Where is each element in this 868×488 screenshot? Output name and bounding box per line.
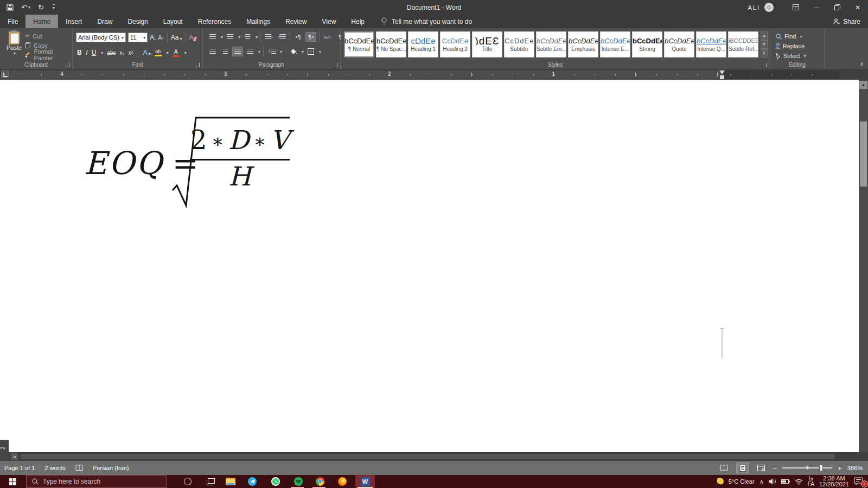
collapse-ribbon-button[interactable]: ∧ bbox=[860, 61, 864, 67]
hidden-icons-chevron[interactable]: ∧ bbox=[760, 478, 764, 485]
multilevel-list-caret[interactable]: ▾ bbox=[256, 35, 258, 40]
bullet-list-button[interactable] bbox=[207, 32, 218, 42]
style-strong[interactable]: bCcDdEeStrong bbox=[632, 31, 662, 57]
numbered-list-caret[interactable]: ▾ bbox=[238, 35, 240, 40]
paste-button[interactable]: Paste ▾ bbox=[4, 31, 24, 62]
zoom-out-button[interactable]: − bbox=[773, 464, 777, 472]
paragraph-dialog-launcher[interactable] bbox=[333, 63, 337, 67]
telegram-button[interactable] bbox=[241, 475, 263, 488]
tab-references[interactable]: References bbox=[190, 15, 239, 28]
style-subtitle[interactable]: CcDdEeSubtitle bbox=[504, 31, 534, 57]
style-intense-quote[interactable]: bCcDdEeIntense Q... bbox=[696, 31, 726, 57]
horizontal-scroll-thumb[interactable] bbox=[21, 454, 834, 459]
replace-button[interactable]: abac Replace bbox=[770, 41, 806, 51]
chrome-button[interactable] bbox=[309, 475, 331, 488]
bullet-list-caret[interactable]: ▾ bbox=[221, 35, 223, 40]
line-spacing-caret[interactable]: ▾ bbox=[280, 49, 282, 54]
start-button[interactable] bbox=[0, 475, 25, 488]
style-intense-emphasis[interactable]: bCcDdEeIntense E... bbox=[600, 31, 630, 57]
tab-home[interactable]: Home bbox=[25, 15, 58, 28]
file-explorer-button[interactable] bbox=[220, 475, 241, 488]
zoom-level[interactable]: 386% bbox=[847, 465, 863, 471]
tab-mailings[interactable]: Mailings bbox=[239, 15, 278, 28]
increase-indent-button[interactable]: ◂ bbox=[276, 32, 287, 42]
superscript-button[interactable]: x² bbox=[128, 50, 132, 56]
spotify-button[interactable] bbox=[288, 475, 309, 488]
font-color-button[interactable]: A bbox=[173, 49, 180, 57]
restore-button[interactable] bbox=[827, 0, 847, 15]
cut-button[interactable]: ✂Cut bbox=[25, 31, 72, 41]
zoom-slider-thumb[interactable] bbox=[819, 465, 823, 471]
text-effects-button[interactable]: A▾ bbox=[143, 49, 151, 56]
styles-more-button[interactable]: ⩸ bbox=[761, 49, 768, 57]
tab-view[interactable]: View bbox=[315, 15, 344, 28]
style-quote[interactable]: bCcDdEeQuote bbox=[664, 31, 694, 57]
style-normal[interactable]: bCcDdEe¶ Normal bbox=[344, 31, 374, 57]
horizontal-ruler[interactable]: 4 3 2 1 bbox=[0, 69, 868, 80]
sort-button[interactable]: AZ↓ bbox=[322, 32, 333, 42]
tab-help[interactable]: Help bbox=[343, 15, 372, 28]
task-view-button[interactable] bbox=[200, 475, 221, 488]
tab-design[interactable]: Design bbox=[120, 15, 155, 28]
clear-formatting-button[interactable]: A bbox=[189, 34, 196, 41]
font-dialog-launcher[interactable] bbox=[195, 63, 200, 67]
battery-icon[interactable] bbox=[781, 479, 790, 484]
indent-marker[interactable] bbox=[720, 75, 724, 79]
wifi-icon[interactable] bbox=[795, 479, 803, 485]
taskbar-clock[interactable]: 2:38 AM 12/28/2021 bbox=[819, 476, 849, 487]
tab-stop-selector[interactable] bbox=[1, 70, 9, 78]
tab-review[interactable]: Review bbox=[278, 15, 314, 28]
shading-caret[interactable]: ▾ bbox=[302, 49, 304, 54]
taskbar-search-input[interactable]: Type here to search bbox=[26, 475, 167, 488]
weather-text[interactable]: 5°C Clear bbox=[729, 478, 755, 485]
underline-button[interactable]: U bbox=[92, 49, 97, 56]
font-name-combo[interactable]: Arial (Body CS)▾ bbox=[76, 33, 126, 42]
tab-insert[interactable]: Insert bbox=[58, 15, 90, 28]
word-taskbar-button[interactable]: W bbox=[355, 475, 375, 488]
firefox-button[interactable] bbox=[331, 475, 353, 488]
proofing-icon[interactable] bbox=[75, 465, 83, 472]
bold-button[interactable]: B bbox=[77, 49, 82, 56]
styles-dialog-launcher[interactable] bbox=[763, 63, 767, 67]
vertical-scroll-thumb[interactable] bbox=[860, 121, 867, 187]
align-center-button[interactable] bbox=[220, 47, 231, 56]
paste-dropdown-caret[interactable]: ▾ bbox=[14, 51, 16, 56]
ltr-direction-button[interactable]: ▸¶ bbox=[293, 32, 304, 42]
multilevel-list-button[interactable] bbox=[242, 32, 253, 42]
minimize-button[interactable]: ─ bbox=[806, 0, 827, 15]
style-emphasis[interactable]: bCcDdEeEmphasis bbox=[568, 31, 598, 57]
horizontal-scrollbar[interactable]: ◂ bbox=[0, 452, 868, 461]
scroll-up-button[interactable]: ▲ bbox=[859, 81, 867, 89]
account-name[interactable]: ALI bbox=[748, 4, 760, 11]
justify-caret[interactable]: ▾ bbox=[258, 49, 260, 54]
tell-me-box[interactable]: Tell me what you want to do bbox=[381, 15, 472, 28]
font-size-combo[interactable]: 11▾ bbox=[128, 33, 148, 42]
zoom-slider[interactable] bbox=[782, 467, 832, 468]
document-page[interactable]: 2 EOQ= 2∗D∗V H ▲ ◂ bbox=[0, 80, 868, 461]
find-button[interactable]: Find▾ bbox=[770, 31, 806, 41]
align-left-button[interactable] bbox=[207, 47, 218, 56]
styles-scroll-up-button[interactable]: ▲ bbox=[761, 31, 768, 40]
account-avatar[interactable] bbox=[764, 3, 774, 12]
style-heading1[interactable]: cDdEeHeading 1 bbox=[408, 31, 438, 57]
subscript-button[interactable]: x₂ bbox=[119, 50, 124, 56]
align-right-button[interactable] bbox=[232, 47, 243, 56]
format-painter-button[interactable]: Format Painter bbox=[25, 50, 72, 59]
justify-button[interactable] bbox=[245, 47, 256, 56]
first-line-indent-marker[interactable] bbox=[719, 70, 725, 74]
whatsapp-button[interactable] bbox=[265, 475, 286, 488]
grow-font-button[interactable]: A▴ bbox=[150, 34, 156, 41]
language-indicator[interactable]: Persian (Iran) bbox=[93, 465, 129, 471]
style-heading2[interactable]: CcDdEeHeading 2 bbox=[440, 31, 470, 57]
zoom-in-button[interactable]: + bbox=[838, 464, 842, 472]
ribbon-display-options-button[interactable] bbox=[786, 0, 806, 15]
weather-moon-icon[interactable] bbox=[716, 478, 724, 485]
tab-draw[interactable]: Draw bbox=[90, 15, 120, 28]
italic-button[interactable]: I bbox=[86, 49, 88, 57]
strikethrough-button[interactable]: abc bbox=[107, 50, 116, 56]
shading-button[interactable] bbox=[288, 47, 299, 56]
numbered-list-button[interactable] bbox=[225, 32, 235, 42]
decrease-indent-button[interactable]: ▸ bbox=[264, 32, 275, 42]
style-title[interactable]: )dEƐTitle bbox=[472, 31, 502, 57]
volume-icon[interactable] bbox=[769, 478, 776, 485]
